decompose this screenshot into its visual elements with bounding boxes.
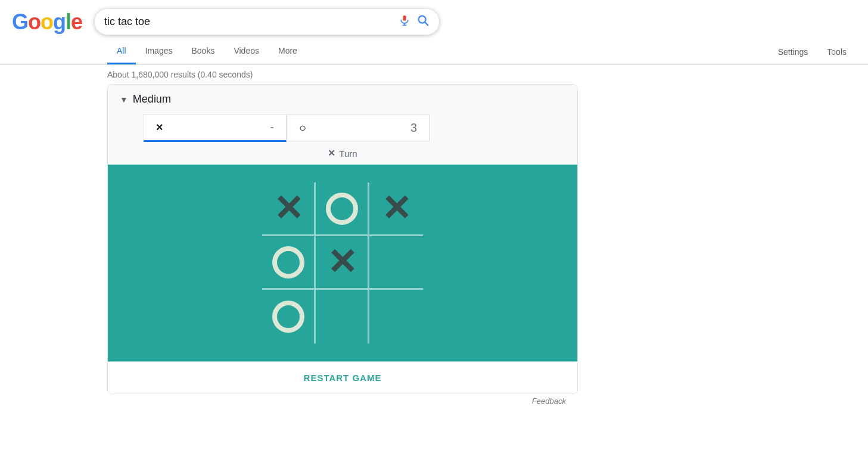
- feedback-label[interactable]: Feedback: [532, 397, 566, 406]
- nav-tabs: All Images Books Videos More: [107, 39, 307, 64]
- logo-g: G: [12, 10, 28, 34]
- nav-bar: All Images Books Videos More Settings To…: [0, 39, 868, 65]
- cell-x-0: ✕: [273, 191, 303, 227]
- turn-row: ✕ Turn: [108, 142, 577, 165]
- turn-label: Turn: [339, 148, 357, 159]
- header: Google: [0, 0, 868, 35]
- logo-g2: g: [53, 10, 66, 34]
- game-container: ▼ Medium × - ○ 3 ✕ Turn ✕ ✕: [107, 84, 578, 394]
- tab-settings[interactable]: Settings: [769, 40, 818, 64]
- board-cell-5[interactable]: [369, 236, 423, 290]
- player-o-tab[interactable]: ○ 3: [287, 115, 430, 141]
- google-logo: Google: [12, 10, 82, 35]
- board-cell-7[interactable]: [316, 290, 369, 344]
- tab-tools[interactable]: Tools: [817, 40, 856, 64]
- board-cell-3[interactable]: [262, 236, 316, 290]
- cell-o-6: [272, 301, 304, 333]
- tab-images[interactable]: Images: [136, 39, 182, 64]
- mic-icon[interactable]: [399, 14, 410, 29]
- board-cell-4[interactable]: ✕: [316, 236, 369, 290]
- player-o-score: 3: [410, 121, 417, 135]
- game-board: ✕ ✕ ✕: [108, 165, 577, 361]
- score-row: × - ○ 3: [108, 114, 577, 142]
- board-cell-1[interactable]: [316, 182, 369, 236]
- svg-line-4: [425, 22, 428, 25]
- logo-e: e: [71, 10, 82, 34]
- feedback-row: Feedback: [107, 394, 578, 408]
- board-cell-8[interactable]: [369, 290, 423, 344]
- cell-x-2: ✕: [381, 191, 411, 227]
- difficulty-row: ▼ Medium: [108, 85, 577, 114]
- cell-x-4: ✕: [327, 245, 357, 280]
- board-grid: ✕ ✕ ✕: [262, 182, 423, 344]
- restart-button[interactable]: RESTART GAME: [304, 373, 382, 383]
- cell-o-3: [272, 246, 304, 279]
- search-input[interactable]: [104, 16, 393, 28]
- search-bar[interactable]: [94, 8, 440, 35]
- tab-all[interactable]: All: [107, 39, 136, 64]
- logo-o1: o: [28, 10, 41, 34]
- tab-more[interactable]: More: [269, 39, 307, 64]
- player-x-score: -: [270, 120, 274, 134]
- nav-right: Settings Tools: [769, 40, 868, 64]
- cell-o-1: [326, 193, 358, 225]
- board-cell-2[interactable]: ✕: [369, 182, 423, 236]
- turn-symbol: ✕: [328, 148, 335, 159]
- svg-rect-0: [403, 16, 406, 21]
- difficulty-label: Medium: [133, 93, 171, 106]
- board-cell-0[interactable]: ✕: [262, 182, 316, 236]
- restart-row: RESTART GAME: [108, 361, 577, 394]
- board-cell-6[interactable]: [262, 290, 316, 344]
- search-icon[interactable]: [416, 14, 430, 30]
- tab-videos[interactable]: Videos: [224, 39, 269, 64]
- player-o-symbol: ○: [299, 121, 306, 135]
- player-x-tab[interactable]: × -: [144, 114, 287, 142]
- logo-l: l: [66, 10, 71, 34]
- player-x-symbol: ×: [156, 120, 163, 134]
- difficulty-arrow-icon: ▼: [120, 95, 128, 104]
- logo-o2: o: [41, 10, 53, 34]
- results-info: About 1,680,000 results (0.40 seconds): [0, 65, 868, 84]
- tab-books[interactable]: Books: [182, 39, 224, 64]
